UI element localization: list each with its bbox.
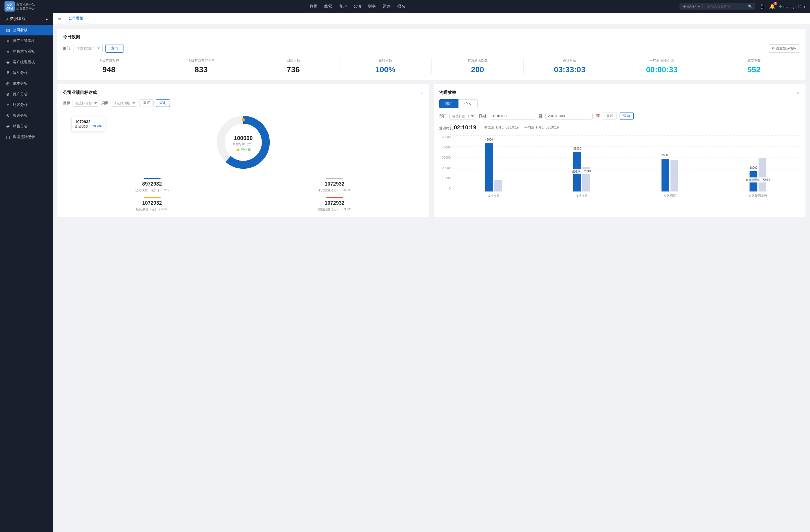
eff-tab-person[interactable]: 个人 [458,99,477,108]
sidebar-icon-sales-mgr: ◈ [6,49,10,54]
sidebar-item-promo[interactable]: ⊕ 推广分析 [0,89,53,100]
sidebar-icon-account-mgr: ◈ [6,60,10,64]
eff-date-to[interactable] [545,113,593,119]
stat-box-should: 1072932 应完成量（元）｜8.9% [63,197,241,212]
stat-value-0: 948 [63,65,155,74]
sidebar-icon-company: ▦ [6,28,10,32]
y-axis-labels: 50000 40000 30000 20000 10000 0 [439,135,451,190]
period-label: 周期 [101,101,109,106]
sidebar-item-promo-mgr[interactable]: ◈ 推广主管看板 [0,35,53,46]
dept-select[interactable]: 请选择部门 [73,45,103,52]
eff-reset-button[interactable]: 重置 [603,112,617,120]
donut-chart-area: 1072932 所占比例：70.9% [63,111,424,173]
bar-effective-blue: 29000 [662,159,669,192]
target-reset-button[interactable]: 重置 [140,99,153,107]
sidebar-item-visitor[interactable]: ⌾ 访客分析 [0,100,53,110]
stat-value-4: 200 [432,65,524,74]
search-button[interactable]: 🔍 [748,4,753,9]
target-select[interactable]: 请选择目标 [72,100,99,106]
calendar-icon[interactable]: 📅 [595,114,600,118]
sidebar-section-title: 数据看板 [10,16,26,21]
notification-badge: 5 [774,2,777,5]
dept-filter-label: 部门 [63,46,70,51]
eff-talk-time: 通话时长 02:10:19 [439,124,479,131]
eff-query-button[interactable]: 查询 [620,112,634,120]
settings-button[interactable]: ⚙ 设置显示指标 [768,45,800,53]
stat-item-5: 通话时长 03:33:03 [524,58,616,74]
stat-box-label-over: 超额完成（元）｜89.9% [245,207,424,212]
stats-row: 今日首咨客户 948 今日有效首咨客户 833 回访人数 736 拨打次数 10… [63,58,800,74]
sidebar-item-funnel[interactable]: ⊽ 漏斗分析 [0,67,53,78]
bar-dial-blue-rect [485,143,493,192]
stat-box-completed: 8972932 已完成量（元）｜70.9% [63,178,241,192]
eff-expand-icon[interactable]: ⤢ [797,90,800,95]
stat-value-2: 736 [247,65,339,74]
svg-point-3 [242,118,245,121]
search-type-select[interactable]: 手机号码 [682,4,701,9]
target-panel: 公司业绩目标达成 ⤢ 目标 请选择目标 周期 请选择周期 重置 查询 [58,84,429,217]
content-area: ☰ 公司看板 × 今日数据 部门 请选择部门 查询 ⚙ 设置显示指 [53,13,810,532]
nav-finance[interactable]: 财务 [368,4,376,9]
mobile-icon[interactable]: 📱 [759,3,765,10]
eff-date-label: 日期 [479,114,486,119]
sidebar-item-cost[interactable]: ◎ 成本分析 [0,78,53,89]
svg-text:100000: 100000 [234,135,253,141]
sidebar-item-account-mgr[interactable]: ◈ 客户经理看板 [0,57,53,67]
sidebar-label-channel: 渠道分析 [13,113,28,118]
eff-date-from[interactable] [489,113,536,119]
sidebar-label-funnel: 漏斗分析 [13,70,28,76]
sidebar-toggle-button[interactable]: ☰ [58,16,61,21]
stat-label-6: 平均通话时长 ⓘ [616,58,708,63]
nav-clue[interactable]: 线索 [324,4,332,9]
bar-label-29000: 29000 [662,154,669,157]
today-data-card: 今日数据 部门 请选择部门 查询 ⚙ 设置显示指标 今日首咨客户 948 [58,29,806,80]
eff-avg-talk-label: 平均通话时长 [524,126,545,129]
stat-label-7: 成交单数 [708,58,800,63]
sidebar-item-sales[interactable]: ◉ 销售分析 [0,121,53,132]
eff-talk-time-val: 02:10:19 [454,124,476,131]
sidebar-item-sales-mgr[interactable]: ◈ 销售主管看板 [0,46,53,57]
eff-tab-dept[interactable]: 部门 [439,99,458,108]
sidebar-label-data-flow: 数据流转记录 [13,134,35,139]
stat-box-bar-incomplete [326,178,343,179]
y-label-40000: 40000 [439,146,451,149]
stat-label-1: 今日有效首咨客户 [155,58,247,63]
nav-ops[interactable]: 运营 [383,4,391,9]
target-query-button[interactable]: 查询 [156,99,170,107]
nav-data[interactable]: 数据 [310,4,318,9]
sidebar-label-promo-mgr: 推广主管看板 [13,38,35,43]
nav-customer[interactable]: 客户 [339,4,347,9]
stat-label-5: 通话时长 [524,58,616,63]
sidebar-icon-data-flow: ◫ [6,135,10,139]
nav-sea[interactable]: 公海 [354,4,361,9]
tab-close-button[interactable]: × [85,17,87,20]
notification-icon[interactable]: 🔔 5 [769,3,775,10]
target-expand-icon[interactable]: ⤢ [420,90,424,95]
bar-group-connect: 35000 接通率：70.9% [540,152,624,192]
y-label-10000: 10000 [439,176,451,180]
stat-box-bar-over [326,197,343,198]
sidebar-item-channel[interactable]: ⊗ 渠道分析 [0,110,53,121]
stat-value-1: 833 [155,65,247,74]
search-input[interactable] [707,4,746,9]
svg-text:目标总量（元）: 目标总量（元） [232,142,254,146]
eff-dept-select[interactable]: 请选择部门 [450,113,476,119]
top-nav-right: 手机号码 ▏ 🔍 📱 🔔 5 manager11 ▾ [680,3,806,10]
sidebar-icon-funnel: ⊽ [6,70,10,75]
period-select[interactable]: 请选择周期 [111,100,137,106]
sidebar-item-company-board[interactable]: ▦ 公司看板 [0,25,53,35]
bar-label-43000: 43000 [485,138,493,141]
scroll-content: 今日数据 部门 请选择部门 查询 ⚙ 设置显示指标 今日首咨客户 948 [53,24,810,532]
bar-effective-gray [670,160,678,192]
user-info[interactable]: manager11 ▾ [779,4,806,9]
eff-talk-time-label: 通话时长 [439,126,453,130]
nav-register[interactable]: 报名 [398,4,405,9]
sidebar-section-header[interactable]: ⊞ 数据看板 ▲ [0,13,53,25]
today-query-button[interactable]: 查询 [106,44,124,53]
stat-value-5: 03:33:03 [524,65,616,74]
sidebar-item-data-flow[interactable]: ◫ 数据流转记录 [0,132,53,142]
tab-company-board[interactable]: 公司看板 × [65,13,91,24]
bars-row: 43000 35000 [452,135,800,192]
target-panel-title: 公司业绩目标达成 [63,90,97,95]
sidebar-icon-promo: ⊕ [6,92,10,97]
